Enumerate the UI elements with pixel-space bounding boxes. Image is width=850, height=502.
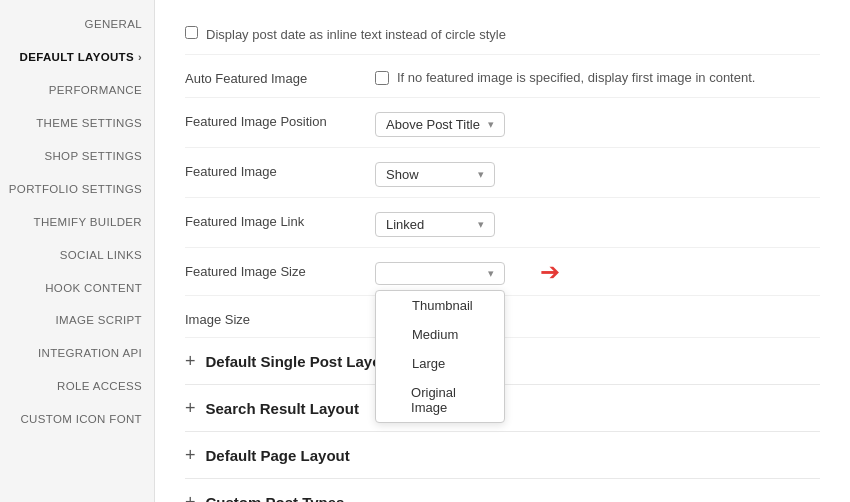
sidebar-item-label: DEFAULT LAYOUTS — [20, 50, 134, 65]
featured-image-position-dropdown[interactable]: Above Post Title▾ — [375, 112, 505, 137]
main-content: Display post date as inline text instead… — [155, 0, 850, 502]
auto-featured-image-checkbox-label: If no featured image is specified, displ… — [397, 69, 755, 87]
top-checkbox-row: Display post date as inline text instead… — [185, 16, 820, 55]
expand-label: Default Single Post Layout — [206, 353, 396, 370]
expand-label: Default Page Layout — [206, 447, 350, 464]
expand-plus-icon: + — [185, 446, 196, 464]
sidebar-item-label: IMAGE SCRIPT — [55, 314, 142, 326]
sidebar-item-label: HOOK CONTENT — [45, 282, 142, 294]
featured-image-position-dropdown-value: Above Post Title — [386, 117, 480, 132]
chevron-down-icon: ▾ — [488, 118, 494, 131]
settings-row-auto-featured-image: Auto Featured ImageIf no featured image … — [185, 55, 820, 98]
chevron-down-icon: ▾ — [478, 168, 484, 181]
auto-featured-image-checkbox[interactable] — [375, 71, 389, 85]
featured-image-size-option-large[interactable]: Large — [376, 349, 504, 378]
post-date-label: Display post date as inline text instead… — [206, 26, 506, 44]
sidebar-item-label: SOCIAL LINKS — [60, 249, 142, 261]
featured-image-link-dropdown-value: Linked — [386, 217, 424, 232]
sidebar-item-default-layouts[interactable]: DEFAULT LAYOUTS› — [0, 41, 154, 74]
featured-image-link-dropdown[interactable]: Linked▾ — [375, 212, 495, 237]
expand-label: Search Result Layout — [206, 400, 359, 417]
settings-control-featured-image: Show▾ — [375, 158, 820, 187]
expand-row-default-page[interactable]: + Default Page Layout — [185, 432, 820, 479]
expand-plus-icon: + — [185, 493, 196, 502]
chevron-down-icon: ▾ — [478, 218, 484, 231]
sidebar-item-social-links[interactable]: SOCIAL LINKS — [0, 239, 154, 272]
sidebar-item-label: INTEGRATION API — [38, 347, 142, 359]
sidebar-item-themify-builder[interactable]: THEMIFY BUILDER — [0, 206, 154, 239]
settings-row-featured-image-position: Featured Image PositionAbove Post Title▾ — [185, 98, 820, 148]
featured-image-dropdown[interactable]: Show▾ — [375, 162, 495, 187]
checkbox-row-auto-featured-image: If no featured image is specified, displ… — [375, 69, 755, 87]
settings-control-featured-image-size: ▾ThumbnailMediumLargeOriginal Image➔ — [375, 258, 820, 285]
sidebar-item-label: SHOP SETTINGS — [44, 150, 142, 162]
settings-label-auto-featured-image: Auto Featured Image — [185, 65, 375, 86]
featured-image-dropdown-value: Show — [386, 167, 419, 182]
settings-label-featured-image: Featured Image — [185, 158, 375, 179]
featured-image-size-dropdown-menu: ThumbnailMediumLargeOriginal Image — [375, 290, 505, 423]
sidebar-item-role-access[interactable]: ROLE ACCESS — [0, 370, 154, 403]
sidebar-item-shop-settings[interactable]: SHOP SETTINGS — [0, 140, 154, 173]
featured-image-size-option-medium[interactable]: Medium — [376, 320, 504, 349]
chevron-down-icon: ▾ — [488, 267, 494, 280]
sidebar-item-label: GENERAL — [85, 18, 142, 30]
option-label: Medium — [412, 327, 458, 342]
featured-image-size-option-thumbnail[interactable]: Thumbnail — [376, 291, 504, 320]
post-date-checkbox[interactable] — [185, 26, 198, 39]
sidebar-item-theme-settings[interactable]: THEME SETTINGS — [0, 107, 154, 140]
option-label: Thumbnail — [412, 298, 473, 313]
sidebar: GENERALDEFAULT LAYOUTS›PERFORMANCETHEME … — [0, 0, 155, 502]
option-label: Original Image — [411, 385, 490, 415]
red-arrow-indicator: ➔ — [540, 258, 560, 286]
expand-row-custom-post-types[interactable]: + Custom Post Types — [185, 479, 820, 502]
featured-image-size-dropdown[interactable]: ▾ — [375, 262, 505, 285]
settings-row-featured-image-size: Featured Image Size▾ThumbnailMediumLarge… — [185, 248, 820, 296]
sidebar-item-label: PERFORMANCE — [49, 84, 142, 96]
sidebar-item-custom-icon-font[interactable]: CUSTOM ICON FONT — [0, 403, 154, 436]
settings-label-featured-image-link: Featured Image Link — [185, 208, 375, 229]
settings-rows: Auto Featured ImageIf no featured image … — [185, 55, 820, 338]
sidebar-item-label: THEMIFY BUILDER — [34, 216, 142, 228]
sidebar-item-label: CUSTOM ICON FONT — [20, 413, 142, 425]
sidebar-item-label: THEME SETTINGS — [36, 117, 142, 129]
sidebar-item-label: ROLE ACCESS — [57, 380, 142, 392]
chevron-right-icon: › — [138, 50, 142, 64]
sidebar-item-image-script[interactable]: IMAGE SCRIPT — [0, 304, 154, 337]
sidebar-item-hook-content[interactable]: HOOK CONTENT — [0, 272, 154, 305]
settings-control-featured-image-position: Above Post Title▾ — [375, 108, 820, 137]
sidebar-item-portfolio-settings[interactable]: PORTFOLIO SETTINGS — [0, 173, 154, 206]
featured-image-size-dropdown-container: ▾ThumbnailMediumLargeOriginal Image➔ — [375, 262, 505, 285]
sidebar-item-general[interactable]: GENERAL — [0, 8, 154, 41]
settings-label-featured-image-size: Featured Image Size — [185, 258, 375, 279]
sidebar-item-integration-api[interactable]: INTEGRATION API — [0, 337, 154, 370]
settings-row-featured-image-link: Featured Image LinkLinked▾ — [185, 198, 820, 248]
featured-image-size-option-original-image[interactable]: Original Image — [376, 378, 504, 422]
sidebar-item-label: PORTFOLIO SETTINGS — [9, 183, 142, 195]
option-label: Large — [412, 356, 445, 371]
sidebar-item-performance[interactable]: PERFORMANCE — [0, 74, 154, 107]
settings-row-featured-image: Featured ImageShow▾ — [185, 148, 820, 198]
settings-label-image-size: Image Size — [185, 306, 375, 327]
settings-label-featured-image-position: Featured Image Position — [185, 108, 375, 129]
expand-plus-icon: + — [185, 399, 196, 417]
expand-label: Custom Post Types — [206, 494, 345, 502]
expand-plus-icon: + — [185, 352, 196, 370]
settings-control-auto-featured-image: If no featured image is specified, displ… — [375, 65, 820, 87]
settings-control-featured-image-link: Linked▾ — [375, 208, 820, 237]
